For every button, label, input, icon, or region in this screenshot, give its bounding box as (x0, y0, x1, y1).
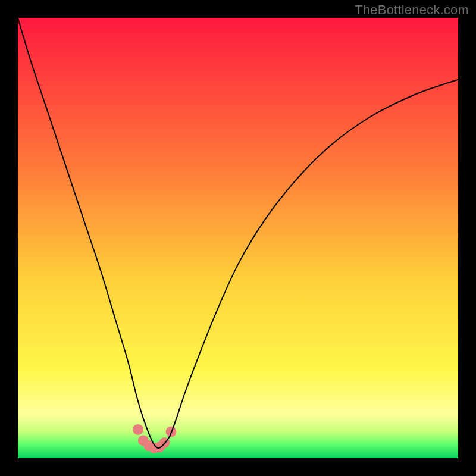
marker-dot (133, 424, 143, 435)
watermark-text: TheBottleneck.com (355, 2, 469, 18)
curve-line (18, 18, 458, 448)
marker-band (133, 424, 176, 453)
plot-area (18, 18, 458, 458)
chart-frame: TheBottleneck.com (0, 0, 476, 476)
chart-svg (18, 18, 458, 458)
